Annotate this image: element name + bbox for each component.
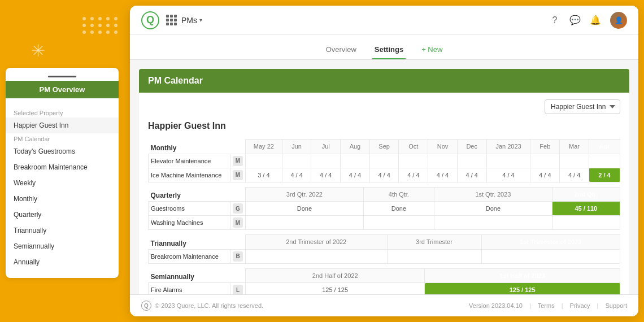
monthly-label: Monthly	[149, 140, 230, 154]
qtr-1st-2023: 1st Qtr. 2023	[434, 187, 552, 202]
table-row: Fire Alarms L 125 / 125 125 / 125	[149, 283, 620, 295]
tri-1st-2023: 1st Trimester of 2023	[481, 235, 620, 250]
month-apr: Apr	[589, 140, 620, 154]
semiannually-table: Semiannually 2nd Half of 2022 1st Half o…	[148, 268, 620, 295]
month-may: May 22	[246, 140, 282, 154]
chat-icon[interactable]: 💬	[569, 15, 581, 26]
guestrooms-label: Guestrooms	[149, 202, 230, 216]
breakroom-label: Breakroom Maintenance	[149, 249, 230, 263]
table-row: Elevator Maintenance M	[149, 154, 620, 168]
nav-icons: ? 💬 🔔 👤	[549, 12, 627, 29]
qtr-2nd: 2nd Qtr.	[552, 187, 620, 202]
sidebar-item-breakroom[interactable]: Breakroom Maintenance	[6, 159, 119, 175]
month-aug: Aug	[341, 140, 370, 154]
pm-card-header: PM Calendar	[139, 69, 629, 93]
sidebar-item-semiannually[interactable]: Semiannually	[6, 238, 119, 254]
selected-property-header: Selected Property	[6, 108, 119, 118]
ice-badge: M	[233, 170, 243, 180]
footer-privacy[interactable]: Privacy	[570, 302, 590, 309]
body-area: PM Calendar Happier Guest Inn Happier Gu…	[130, 60, 638, 294]
triannually-label: Triannually	[149, 235, 230, 250]
month-jan: Jan 2023	[486, 140, 530, 154]
triannually-table: Triannually 2nd Trimester of 2022 3rd Tr…	[148, 234, 620, 264]
footer: Q © 2023 Quore, LLC. All rights reserved…	[130, 294, 638, 316]
ice-machine-label: Ice Machine Maintenance	[149, 168, 230, 182]
month-nov: Nov	[428, 140, 458, 154]
property-select[interactable]: Happier Guest Inn	[545, 99, 620, 114]
table-row: Breakroom Maintenance B	[149, 249, 620, 263]
tab-overview[interactable]: Overview	[324, 41, 359, 59]
semi-2nd-2022: 2nd Half of 2022	[246, 268, 425, 283]
table-row: Guestrooms G Done Done Done 45 / 110	[149, 202, 620, 216]
footer-logo-area: Q © 2023 Quore, LLC. All rights reserved…	[141, 301, 263, 311]
sidebar-property-name[interactable]: Happier Guest Inn	[6, 118, 119, 133]
sidebar-item-triannually[interactable]: Triannually	[6, 223, 119, 238]
grid-icon	[166, 15, 177, 25]
table-row: Ice Machine Maintenance M 3 / 4 4 / 4 4 …	[149, 168, 620, 182]
tab-settings[interactable]: Settings	[372, 41, 406, 59]
semiannually-label: Semiannually	[149, 268, 230, 283]
tri-2nd-2022: 2nd Trimester of 2022	[246, 235, 388, 250]
month-sep: Sep	[369, 140, 399, 154]
quarterly-table: Quarterly 3rd Qtr. 2022 4th Qtr. 1st Qtr…	[148, 187, 620, 230]
elevator-label: Elevator Maintenance	[149, 154, 230, 168]
pm-calendar-header: PM Calendar	[6, 133, 119, 143]
sidebar-item-monthly[interactable]: Monthly	[6, 191, 119, 207]
quarterly-label: Quarterly	[149, 187, 230, 202]
main-content: PM Calendar Happier Guest Inn Happier Gu…	[130, 60, 638, 294]
breakroom-badge: B	[233, 251, 243, 262]
guestrooms-badge: G	[233, 203, 243, 214]
sidebar-item-guestrooms[interactable]: Today's Guestrooms	[6, 143, 119, 159]
footer-support[interactable]: Support	[605, 302, 627, 309]
property-name: Happier Guest Inn	[148, 121, 620, 131]
footer-logo: Q	[141, 301, 151, 311]
property-selector-row: Happier Guest Inn	[148, 99, 620, 114]
tabs-bar: Overview Settings + New	[130, 35, 638, 60]
pm-card-body: Happier Guest Inn Happier Guest Inn	[139, 93, 629, 294]
monthly-table: Monthly May 22 Jun Jul Aug Sep Oct Nov D…	[148, 139, 620, 182]
fire-alarms-badge: L	[233, 285, 243, 294]
bell-icon[interactable]: 🔔	[590, 15, 601, 26]
tab-new[interactable]: + New	[419, 41, 445, 59]
logo: Q	[141, 11, 159, 29]
pms-label[interactable]: PMs	[181, 16, 197, 25]
fire-alarms-label: Fire Alarms	[149, 283, 230, 295]
footer-copyright: © 2023 Quore, LLC. All rights reserved.	[155, 302, 263, 309]
pm-calendar-card: PM Calendar Happier Guest Inn Happier Gu…	[139, 69, 629, 294]
washing-badge: M	[233, 217, 243, 228]
tri-3rd: 3rd Trimester	[387, 235, 481, 250]
qtr-3rd-2022: 3rd Qtr. 2022	[246, 187, 364, 202]
footer-version: Version 2023.04.10	[469, 302, 523, 309]
table-row: Washing Machines M	[149, 216, 620, 230]
footer-terms[interactable]: Terms	[538, 302, 555, 309]
month-dec: Dec	[457, 140, 486, 154]
pm-overview-bar	[48, 76, 76, 77]
top-nav: Q PMs ▾ ? 💬 🔔 👤	[130, 6, 638, 35]
washing-machines-label: Washing Machines	[149, 216, 230, 230]
decorative-dots	[82, 17, 119, 34]
footer-links: Version 2023.04.10 | Terms | Privacy | S…	[469, 302, 627, 309]
month-feb: Feb	[530, 140, 560, 154]
spinner-icon: ✳	[31, 41, 45, 60]
month-oct: Oct	[399, 140, 428, 154]
main-card: Q PMs ▾ ? 💬 🔔 👤 Overview Settings + New …	[130, 6, 638, 316]
month-mar: Mar	[560, 140, 589, 154]
help-icon[interactable]: ?	[549, 15, 560, 26]
semi-1st-2023: 1st Half of 2023	[425, 268, 620, 283]
qtr-4th: 4th Qtr.	[363, 187, 434, 202]
sidebar-item-weekly[interactable]: Weekly	[6, 175, 119, 191]
sidebar-item-annually[interactable]: Annually	[6, 254, 119, 270]
pm-overview-label: PM Overview	[6, 81, 119, 98]
avatar[interactable]: 👤	[610, 12, 627, 29]
elevator-badge: M	[233, 156, 243, 166]
left-sidebar-card: PM Overview Selected Property Happier Gu…	[6, 68, 119, 278]
month-jun: Jun	[282, 140, 311, 154]
sidebar-item-quarterly[interactable]: Quarterly	[6, 207, 119, 223]
pms-chevron-icon[interactable]: ▾	[199, 17, 202, 23]
month-jul: Jul	[311, 140, 341, 154]
